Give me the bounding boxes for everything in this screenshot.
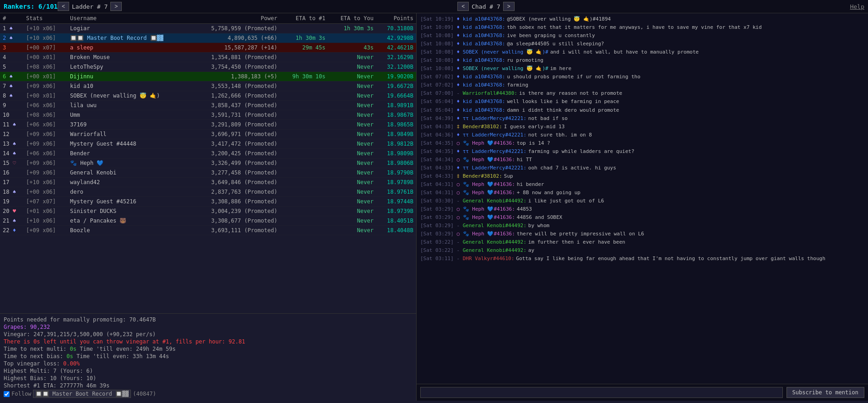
chad-next-btn[interactable]: > [503, 2, 515, 11]
cell-points: 18.4048B [376, 226, 416, 235]
cell-username: Bender [67, 149, 190, 158]
cell-rank: 7 ♠ [0, 82, 23, 91]
cell-etayou: Never [328, 207, 376, 216]
cell-stats: [+10 x06] [23, 24, 67, 33]
chat-message-text: hi bender [517, 180, 864, 188]
chad-label: Chad # 7 [472, 3, 500, 10]
shortest-eta: Shortest #1 ETA: 277777h 46m 39s [4, 382, 412, 389]
chat-timestamp: [Sat 10:19] ♦ kid a10#43768: [420, 15, 505, 23]
cell-etayou: Never [328, 62, 376, 72]
chat-message-row: [Sat 10:08] ♦ kid a10#43768: ive been gr… [420, 32, 864, 39]
chat-input[interactable] [420, 387, 783, 398]
cell-username: Logiar [67, 24, 190, 33]
chat-message-text: ru promoting [507, 56, 864, 64]
chat-timestamp: [Sat 04:38] ‡ Bender#38102: [420, 123, 502, 131]
cell-power: 2,837,763 (Promoted) [190, 187, 280, 197]
multi-time: Time to next multi: 0s Time 'till even: … [4, 346, 412, 352]
cell-etayou: Never [328, 149, 376, 158]
cell-points: 19.6672B [376, 82, 416, 91]
cell-eta1: 29m 45s [280, 43, 328, 53]
chat-message-text: Gotta say I like being far enough ahead … [516, 255, 864, 262]
cell-eta1 [280, 53, 328, 62]
help-link[interactable]: Help [850, 3, 864, 10]
cell-username: Mystery Guest #44448 [67, 139, 190, 149]
ladder-next-btn[interactable]: > [110, 2, 122, 11]
chat-timestamp: [Sat 03:29] - General Kenobi#44492: [420, 222, 526, 229]
cell-stats: [+09 x06] [23, 130, 67, 139]
chat-message-text: u should probs promote if ur not farming… [507, 73, 864, 81]
cell-points: 18.9867B [376, 110, 416, 120]
cell-etayou: Never [328, 197, 376, 207]
cell-rank: 8 ♠ [0, 91, 23, 101]
chat-message-row: [Sat 10:08] ♦ SOBEX (never walling 😇 🤙)#… [420, 65, 864, 72]
cell-points: 18.9744B [376, 197, 416, 207]
cell-eta1 [280, 91, 328, 101]
table-row: 21 ♠ [+10 x06] eta / Pancakes 🐻 3,308,67… [0, 216, 416, 226]
rankers-table: # Stats Username Power ETA to #1 ETA to … [0, 13, 416, 235]
cell-points: 18.9809B [376, 149, 416, 158]
chat-timestamp: [Sat 10:08] ♦ kid a10#43768: [420, 40, 505, 48]
cell-power: 3,308,886 (Promoted) [190, 197, 280, 207]
cell-points: 32.1200B [376, 62, 416, 72]
cell-rank: 5 [0, 62, 23, 72]
cell-stats: [+00 x06] [23, 187, 67, 197]
cell-username: LetoTheSpy [67, 62, 190, 72]
cell-etayou: Never [328, 53, 376, 62]
cell-rank: 18 ♠ [0, 187, 23, 197]
follow-label: Follow [11, 391, 31, 397]
chat-message-text: there will be pretty impressive wall on … [517, 230, 864, 238]
cell-points: 19.6664B [376, 91, 416, 101]
cell-etayou: Never [328, 120, 376, 130]
cell-stats: [+10 x06] [23, 178, 67, 187]
cell-points: 42.9298B [376, 33, 416, 43]
chat-timestamp: [Sat 10:08] ♦ kid a10#43768: [420, 32, 505, 39]
chat-message-row: [Sat 03:22] - General Kenobi#44492: im f… [420, 238, 864, 246]
chat-message-row: [Sat 03:29] ○ 🐾 Heph 💙#41636: 44856 and … [420, 213, 864, 221]
cell-rank: 4 [0, 53, 23, 62]
follow-name-box: 🔲🔲 Master Boot Record 🔲▓▓ [33, 390, 131, 398]
cell-rank: 3 [0, 43, 23, 53]
table-row: 14 ♠ [+06 x06] Bender 3,200,425 (Promote… [0, 149, 416, 158]
cell-rank: 14 ♠ [0, 149, 23, 158]
cell-username: dero [67, 187, 190, 197]
cell-points: 18.4051B [376, 216, 416, 226]
cell-points: 18.9891B [376, 101, 416, 110]
cell-eta1: 9h 30m 10s [280, 72, 328, 82]
alert-info: There is 0s left until you can throw vin… [4, 338, 412, 345]
follow-checkbox[interactable] [4, 391, 10, 397]
cell-eta1 [280, 24, 328, 33]
cell-eta1 [280, 216, 328, 226]
cell-username: Boozle [67, 226, 190, 235]
vinegar-info: Vinegar: 247,391,215/3,500,000 (+90,232 … [4, 331, 412, 338]
chat-timestamp: [Sat 03:29] ○ 🐾 Heph 💙#41636: [420, 205, 515, 213]
cell-stats: [+09 x06] [23, 168, 67, 178]
chat-timestamp: [Sat 03:22] - General Kenobi#44492: [420, 238, 526, 246]
col-username: Username [67, 13, 190, 24]
chat-timestamp: [Sat 05:04] ♦ kid a10#43768: [420, 98, 505, 105]
ladder-prev-btn[interactable]: < [58, 2, 69, 11]
cell-points: 19.9020B [376, 72, 416, 82]
chat-timestamp: [Sat 05:04] ♦ kid a10#43768: [420, 106, 505, 114]
cell-rank: 22 ♦ [0, 226, 23, 235]
cell-power: 3,277,458 (Promoted) [190, 168, 280, 178]
cell-etayou: Never [328, 158, 376, 168]
rankers-title: Rankers: 6/101 [4, 3, 58, 10]
subscribe-button[interactable]: Subscribe to mention [787, 387, 865, 398]
chat-message-row: [Sat 03:29] - General Kenobi#44492: by w… [420, 222, 864, 229]
highest-multi: Highest Multi: 7 (Yours: 6) [4, 368, 412, 374]
cell-username: Mystery Guest #45216 [67, 197, 190, 207]
table-row: 20 ♥ [+01 x06] Sinister DUCKS 3,004,239 … [0, 207, 416, 216]
cell-etayou: Never [328, 101, 376, 110]
chat-message-row: [Sat 10:08] ♦ kid a10#43768: @a sleep#44… [420, 40, 864, 48]
cell-username: Warriorfall [67, 130, 190, 139]
cell-stats: [+08 x06] [23, 110, 67, 120]
chat-message-row: [Sat 04:38] ‡ Bender#38102: I guess earl… [420, 123, 864, 131]
chat-message-row: [Sat 10:19] ♦ kid a10#43768: @SOBEX (nev… [420, 15, 864, 23]
cell-power: 15,587,287 (+14) [190, 43, 280, 53]
chat-timestamp: [Sat 04:33] ♦ ττ LadderMercy#42221: [420, 164, 526, 172]
cell-power: 3,591,731 (Promoted) [190, 110, 280, 120]
chat-timestamp: [Sat 10:09] ♦ kid a10#43768: [420, 23, 505, 31]
chat-message-row: [Sat 03:30] - General Kenobi#44492: i li… [420, 197, 864, 205]
cell-stats: [+00 x01] [23, 91, 67, 101]
chad-prev-btn[interactable]: < [457, 2, 469, 11]
